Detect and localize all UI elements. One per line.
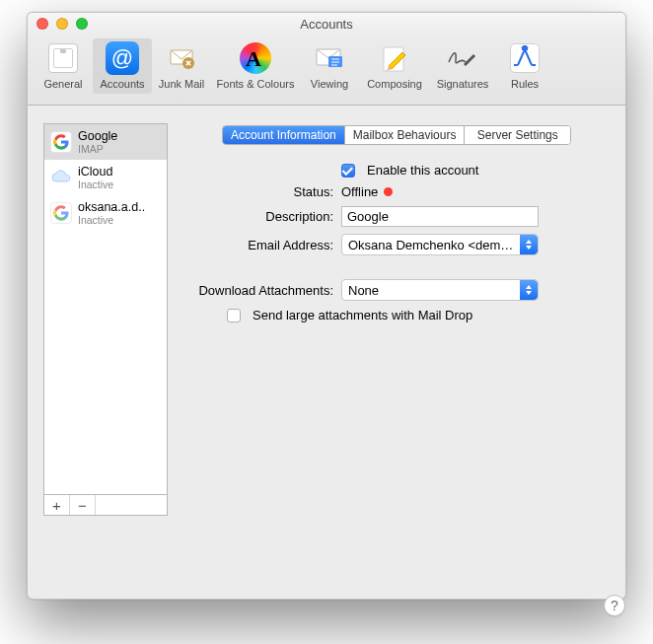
help-button[interactable]: ? [604,595,625,616]
account-sub: IMAP [78,143,117,155]
download-attachments-value: None [348,283,516,298]
window-title: Accounts [28,17,625,32]
toolbar-rules[interactable]: Rules [495,38,554,94]
toolbar-label: Viewing [311,78,348,90]
accounts-list-footer: + − [43,494,168,516]
email-address-value: Oksana Demchenko <demchen… [348,238,516,252]
toolbar-label: Accounts [100,78,144,90]
account-row-oksana[interactable]: oksana.a.d.. Inactive [44,195,167,231]
preferences-toolbar: General @ Accounts Junk Mail A Fonts & C… [28,35,625,106]
google-icon [50,202,72,224]
status-value: Offline [341,184,378,199]
download-attachments-label: Download Attachments: [183,283,341,298]
account-row-icloud[interactable]: iCloud Inactive [44,160,167,195]
enable-account-checkbox[interactable] [341,164,355,178]
mail-drop-label: Send large attachments with Mail Drop [253,308,472,322]
accounts-list: Google IMAP iCloud Inactive [43,123,168,494]
toolbar-composing[interactable]: Composing [359,38,430,94]
preferences-window: Accounts General @ Accounts Junk Mail [27,12,626,600]
stepper-icon [520,280,538,300]
email-address-label: Email Address: [183,238,341,252]
remove-account-button[interactable]: − [70,495,96,515]
titlebar: Accounts [28,13,625,35]
accounts-icon: @ [106,41,139,75]
composing-icon [378,41,411,75]
download-attachments-select[interactable]: None [341,279,539,301]
toolbar-signatures[interactable]: Signatures [430,38,495,94]
toolbar-accounts[interactable]: @ Accounts [93,38,152,94]
tab-mailbox-behaviours[interactable]: Mailbox Behaviours [345,126,466,144]
stepper-icon [520,235,538,254]
junk-mail-icon [165,41,198,75]
description-label: Description: [183,209,341,224]
detail-tabs: Account Information Mailbox Behaviours S… [222,125,571,145]
mail-drop-checkbox[interactable] [227,309,241,322]
account-name: iCloud [78,165,113,179]
toolbar-label: Signatures [437,78,489,90]
account-row-google[interactable]: Google IMAP [44,124,167,160]
description-input[interactable] [341,206,539,227]
toolbar-viewing[interactable]: Viewing [300,38,359,94]
account-detail: Account Information Mailbox Behaviours S… [183,123,610,583]
signatures-icon [446,41,479,75]
status-label: Status: [183,184,341,199]
enable-account-label: Enable this account [367,163,478,178]
toolbar-label: Composing [367,78,422,90]
toolbar-label: Rules [511,78,539,90]
general-icon [46,41,80,75]
close-window-button[interactable] [36,18,48,30]
tab-account-information[interactable]: Account Information [223,126,345,144]
icloud-icon [50,167,72,188]
email-address-select[interactable]: Oksana Demchenko <demchen… [341,234,539,255]
zoom-window-button[interactable] [76,18,88,30]
tab-server-settings[interactable]: Server Settings [465,126,570,144]
google-icon [50,131,72,153]
minimize-window-button[interactable] [56,18,68,30]
viewing-icon [313,41,346,75]
status-indicator-icon [384,187,393,196]
account-sub: Inactive [78,179,113,190]
toolbar-label: General [43,78,82,90]
toolbar-label: Junk Mail [159,78,204,90]
account-info-form: Enable this account Status: Offline Desc… [183,163,610,322]
toolbar-junk-mail[interactable]: Junk Mail [152,38,211,94]
fonts-colours-icon: A [239,41,272,75]
window-controls [28,18,88,30]
rules-icon [508,41,542,75]
account-name: Google [78,129,117,143]
toolbar-general[interactable]: General [34,38,93,94]
content-area: Google IMAP iCloud Inactive [28,106,625,599]
account-name: oksana.a.d.. [78,200,145,214]
add-account-button[interactable]: + [44,495,70,515]
toolbar-label: Fonts & Colours [217,78,295,90]
account-sub: Inactive [78,214,145,226]
toolbar-fonts-colours[interactable]: A Fonts & Colours [211,38,300,94]
accounts-sidebar-wrap: Google IMAP iCloud Inactive [43,123,168,583]
